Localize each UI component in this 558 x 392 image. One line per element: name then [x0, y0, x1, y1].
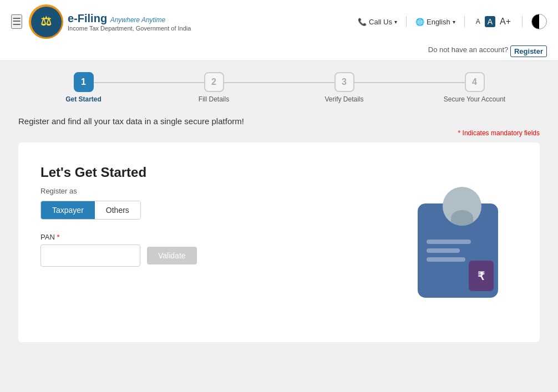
font-large-button[interactable]: A+	[498, 16, 513, 28]
step-3: 3 Verify Details	[279, 72, 409, 103]
divider	[406, 16, 407, 27]
call-us-label: Call Us	[369, 18, 392, 26]
step-2-label: Fill Details	[199, 95, 229, 103]
avatar-head	[443, 187, 481, 226]
header-left: ☰ ⚖ e-Filing Anywhere Anytime Income Tax…	[11, 4, 191, 39]
no-account-text: Do not have an account?	[428, 45, 509, 57]
logo-efiling-sub: Anywhere Anytime	[110, 16, 166, 24]
form-intro: Register and find all your tax data in a…	[18, 116, 540, 126]
others-toggle-button[interactable]: Others	[95, 201, 140, 219]
header-bottom: Do not have an account? Register	[11, 43, 547, 60]
card-line-2	[427, 248, 460, 253]
step-4-label: Secure Your Account	[444, 95, 505, 103]
logo-efiling-label: e-Filing	[68, 12, 107, 24]
form-left: Let's Get Started Register as Taxpayer O…	[40, 165, 384, 320]
contrast-button[interactable]	[531, 14, 547, 29]
step-1-circle: 1	[74, 72, 94, 92]
form-right: ₹	[407, 165, 518, 320]
avatar-body	[451, 210, 473, 226]
language-button[interactable]: 🌐 English ▾	[415, 18, 455, 26]
main-content: 1 Get Started 2 Fill Details 3 Verify De…	[7, 61, 551, 353]
logo-emblem: ⚖	[29, 4, 63, 39]
hamburger-button[interactable]: ☰	[11, 14, 22, 29]
pan-required-star: *	[57, 233, 59, 241]
divider3	[522, 16, 523, 27]
logo-area: ⚖ e-Filing Anywhere Anytime Income Tax D…	[29, 4, 191, 39]
rupee-badge: ₹	[469, 261, 494, 291]
mandatory-star: *	[458, 129, 461, 137]
font-size-controls: A A A+	[474, 16, 513, 28]
card-lines	[427, 240, 471, 262]
caret-icon: ▾	[394, 19, 397, 25]
header-right: 📞 Call Us ▾ 🌐 English ▾ A A A+	[358, 14, 547, 29]
step-4: 4 Secure Your Account	[409, 72, 540, 103]
pan-row: Validate	[40, 245, 384, 267]
taxpayer-toggle-button[interactable]: Taxpayer	[41, 201, 95, 219]
mandatory-text: Indicates mandatory fields	[463, 129, 540, 137]
font-medium-button[interactable]: A	[485, 16, 495, 27]
pan-input[interactable]	[40, 245, 140, 267]
phone-icon: 📞	[358, 18, 367, 26]
register-as-label: Register as	[40, 187, 384, 195]
language-caret-icon: ▾	[453, 19, 455, 25]
language-label: English	[427, 18, 450, 26]
header: ☰ ⚖ e-Filing Anywhere Anytime Income Tax…	[0, 0, 558, 61]
step-1: 1 Get Started	[18, 72, 149, 103]
register-link[interactable]: Register	[510, 45, 547, 57]
step-1-label: Get Started	[65, 95, 102, 103]
logo-text: e-Filing Anywhere Anytime Income Tax Dep…	[68, 12, 191, 32]
globe-icon: 🌐	[415, 18, 424, 26]
call-us-button[interactable]: 📞 Call Us ▾	[358, 18, 397, 26]
form-card: Let's Get Started Register as Taxpayer O…	[18, 142, 540, 342]
card-line-3	[427, 257, 465, 262]
form-title: Let's Get Started	[40, 165, 384, 180]
step-2-circle: 2	[204, 72, 224, 92]
validate-button[interactable]: Validate	[147, 247, 197, 264]
card-line-1	[427, 240, 471, 244]
step-3-label: Verify Details	[324, 95, 363, 103]
logo-inner: ⚖	[31, 7, 62, 37]
step-4-circle: 4	[465, 72, 485, 92]
logo-subtitle: Income Tax Department, Government of Ind…	[68, 25, 191, 32]
pan-field-label: PAN *	[40, 233, 384, 241]
register-type-toggle: Taxpayer Others	[40, 201, 141, 220]
stepper: 1 Get Started 2 Fill Details 3 Verify De…	[18, 72, 540, 103]
step-2: 2 Fill Details	[149, 72, 279, 103]
mandatory-note: * Indicates mandatory fields	[18, 129, 540, 137]
pan-label-text: PAN	[40, 233, 55, 241]
logo-efiling-main: e-Filing Anywhere Anytime	[68, 12, 191, 25]
step-3-circle: 3	[334, 72, 354, 92]
divider2	[464, 16, 465, 27]
id-card-illustration: ₹	[418, 187, 506, 298]
header-top: ☰ ⚖ e-Filing Anywhere Anytime Income Tax…	[11, 0, 547, 43]
font-small-button[interactable]: A	[474, 17, 483, 27]
